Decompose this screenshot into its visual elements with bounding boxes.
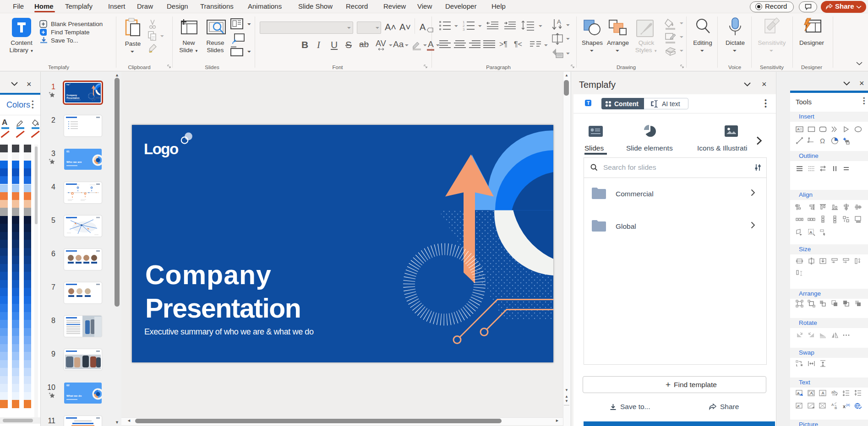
svg-text:ab: ab xyxy=(831,390,836,394)
svg-text:3: 3 xyxy=(463,27,465,32)
svg-text:Logo: Logo xyxy=(144,140,178,157)
svg-text:A: A xyxy=(831,403,834,407)
svg-text:A: A xyxy=(810,391,813,395)
svg-text:x: x xyxy=(843,404,846,409)
svg-text:Ω: Ω xyxy=(820,137,825,145)
svg-text:A: A xyxy=(557,18,561,25)
svg-text:Presentation: Presentation xyxy=(145,293,300,324)
svg-text:A: A xyxy=(797,391,800,395)
svg-text:A: A xyxy=(797,127,800,131)
svg-text:Company: Company xyxy=(145,260,272,290)
svg-text:A: A xyxy=(797,404,800,408)
svg-text:(a): (a) xyxy=(846,403,850,407)
svg-text:A: A xyxy=(809,230,813,235)
svg-text:B: B xyxy=(835,406,837,410)
svg-text:Executive summary of who we ar: Executive summary of who we are & what w… xyxy=(144,327,314,336)
svg-text:A: A xyxy=(822,391,824,395)
